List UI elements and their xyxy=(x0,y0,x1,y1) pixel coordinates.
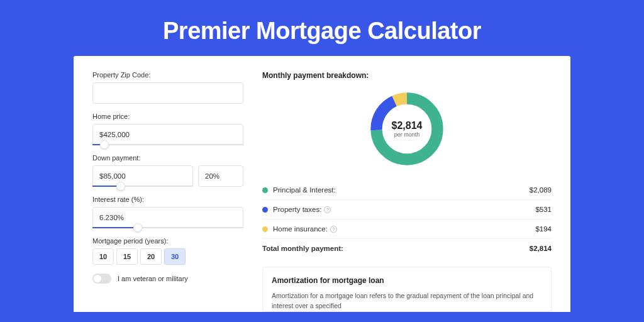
legend-row-taxes: Property taxes: ? $531 xyxy=(262,200,552,219)
period-options: 10 15 20 30 xyxy=(92,248,243,265)
legend-label: Principal & Interest: xyxy=(273,186,530,194)
period-group: Mortgage period (years): 10 15 20 30 xyxy=(92,237,243,265)
veteran-toggle-row: I am veteran or military xyxy=(92,274,243,284)
interest-group: Interest rate (%): xyxy=(92,196,243,228)
legend-total-value: $2,814 xyxy=(530,245,552,252)
info-icon[interactable]: ? xyxy=(324,206,331,213)
donut-chart-wrap: $2,814 per month xyxy=(262,89,552,169)
legend-label: Home insurance: ? xyxy=(273,225,535,233)
down-payment-group: Down payment: xyxy=(92,154,243,187)
home-price-slider[interactable] xyxy=(92,144,243,145)
zip-field-group: Property Zip Code: xyxy=(92,71,243,104)
legend-value: $2,089 xyxy=(530,186,552,194)
home-price-input[interactable] xyxy=(92,124,243,145)
down-payment-label: Down payment: xyxy=(92,154,243,162)
period-option-20[interactable]: 20 xyxy=(140,248,162,265)
interest-input[interactable] xyxy=(92,207,243,228)
down-payment-slider[interactable] xyxy=(92,186,193,187)
period-option-10[interactable]: 10 xyxy=(92,248,114,265)
calculator-card: Property Zip Code: Home price: Down paym… xyxy=(74,56,570,312)
donut-total: $2,814 xyxy=(392,120,423,131)
legend-row-total: Total monthly payment: $2,814 xyxy=(262,239,552,258)
legend-label: Property taxes: ? xyxy=(273,206,535,213)
legend-value: $531 xyxy=(535,206,552,213)
zip-input[interactable] xyxy=(92,82,243,104)
input-panel: Property Zip Code: Home price: Down paym… xyxy=(92,71,243,312)
amortization-title: Amortization for mortgage loan xyxy=(272,276,542,285)
donut-center: $2,814 per month xyxy=(392,120,423,138)
legend-total-label: Total monthly payment: xyxy=(262,245,530,252)
slider-thumb[interactable] xyxy=(100,140,109,149)
period-label: Mortgage period (years): xyxy=(92,237,243,245)
interest-label: Interest rate (%): xyxy=(92,196,243,203)
legend: Principal & Interest: $2,089 Property ta… xyxy=(262,180,552,258)
amortization-box: Amortization for mortgage loan Amortizat… xyxy=(262,267,552,312)
slider-thumb[interactable] xyxy=(116,182,125,191)
info-icon[interactable]: ? xyxy=(330,226,337,233)
period-option-30[interactable]: 30 xyxy=(164,248,186,265)
legend-row-principal: Principal & Interest: $2,089 xyxy=(262,180,552,200)
toggle-knob xyxy=(94,275,101,282)
legend-dot xyxy=(262,207,268,213)
veteran-toggle[interactable] xyxy=(92,274,111,284)
legend-value: $194 xyxy=(535,225,552,233)
period-option-15[interactable]: 15 xyxy=(116,248,138,265)
zip-label: Property Zip Code: xyxy=(92,71,243,79)
slider-thumb[interactable] xyxy=(133,223,142,232)
legend-dot xyxy=(262,187,268,193)
down-payment-input[interactable] xyxy=(92,165,193,187)
interest-slider[interactable] xyxy=(92,227,243,228)
veteran-label: I am veteran or military xyxy=(118,275,188,282)
down-payment-pct-input[interactable] xyxy=(198,165,243,187)
home-price-label: Home price: xyxy=(92,113,243,120)
payment-donut-chart: $2,814 per month xyxy=(367,89,447,169)
legend-row-insurance: Home insurance: ? $194 xyxy=(262,219,552,239)
legend-dot xyxy=(262,226,268,232)
breakdown-title: Monthly payment breakdown: xyxy=(262,71,552,80)
home-price-group: Home price: xyxy=(92,113,243,145)
amortization-body: Amortization for a mortgage loan refers … xyxy=(272,291,542,311)
donut-sub: per month xyxy=(392,131,423,138)
results-panel: Monthly payment breakdown: $2,814 per mo… xyxy=(262,71,552,312)
page-title: Premier Mortgage Calculator xyxy=(0,0,644,56)
